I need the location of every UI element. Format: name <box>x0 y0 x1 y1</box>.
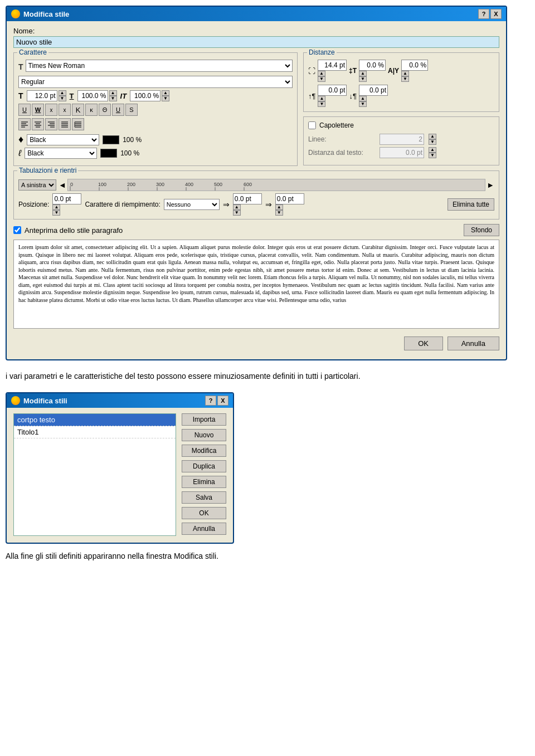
salva-btn[interactable]: Salva <box>182 491 226 504</box>
ruler-left-arrow[interactable]: ◄ <box>59 181 66 189</box>
dist5-down[interactable]: ▼ <box>359 101 367 107</box>
dialog2-titlebar-btns: ? X <box>205 396 228 406</box>
char-spacing-input[interactable] <box>359 60 386 71</box>
space-after-input[interactable] <box>359 85 388 96</box>
font-style-select[interactable]: Regular <box>18 76 293 88</box>
capolettere-label: Capolettere <box>319 121 354 129</box>
dist3-down[interactable]: ▼ <box>401 76 409 82</box>
dialog2-annulla-btn[interactable]: Annulla <box>182 523 226 535</box>
tab2-down[interactable]: ▼ <box>233 210 241 216</box>
font-size-input[interactable] <box>27 90 57 101</box>
stroke-color-icon: ℓ <box>18 148 21 158</box>
linee-down[interactable]: ▼ <box>429 139 436 145</box>
dist1-down[interactable]: ▼ <box>318 76 325 82</box>
size-up-btn[interactable]: ▲ <box>59 90 66 96</box>
align-justify2-btn[interactable] <box>72 118 84 130</box>
align-justify-icon <box>61 121 69 128</box>
anteprima-checkbox[interactable] <box>13 226 21 234</box>
nome-input[interactable] <box>13 36 499 48</box>
smallcaps-btn[interactable]: κ <box>85 104 98 116</box>
dialog2-help-btn[interactable]: ? <box>205 396 216 406</box>
size-row: T ▲ ▼ T <box>18 90 293 101</box>
svg-text:100: 100 <box>98 182 106 187</box>
line-spacing-input[interactable] <box>318 60 347 71</box>
duplica-btn[interactable]: Duplica <box>182 460 226 472</box>
sfondo-btn[interactable]: Sfondo <box>464 224 499 236</box>
word-spacing-input[interactable] <box>401 60 428 71</box>
font-family-select[interactable]: Times New Roman <box>26 60 293 72</box>
posizione-label: Posizione: <box>18 201 49 208</box>
dist1-up[interactable]: ▲ <box>318 71 325 76</box>
annulla-btn[interactable]: Annulla <box>448 336 499 350</box>
outline-btn[interactable]: Θ <box>99 104 111 116</box>
dist2-down[interactable]: ▼ <box>359 76 367 82</box>
align-right-btn[interactable] <box>45 118 57 130</box>
tab3-input[interactable] <box>275 193 304 204</box>
tab3-up[interactable]: ▲ <box>275 204 283 210</box>
ruler-right-arrow[interactable]: ► <box>487 181 494 189</box>
nuovo-btn[interactable]: Nuovo <box>182 429 226 441</box>
help-button[interactable]: ? <box>478 9 489 19</box>
linee-label: Linee: <box>308 135 375 143</box>
styles-list[interactable]: cortpo testo Titolo1 <box>13 413 176 536</box>
dist5-up[interactable]: ▲ <box>359 96 367 101</box>
align-left-btn[interactable] <box>18 118 31 130</box>
distanze-section: Distanze ⛶ ▲ ▼ ‡T <box>303 52 499 112</box>
pos-down[interactable]: ▼ <box>52 210 60 216</box>
dist-spin3: ▲ ▼ <box>401 60 428 82</box>
elimina-btn[interactable]: Elimina <box>182 476 226 488</box>
align-center-btn[interactable] <box>32 118 44 130</box>
dist-spin1: ▲ ▼ <box>318 60 347 82</box>
tab3-down[interactable]: ▼ <box>275 210 283 216</box>
close-button[interactable]: X <box>490 9 502 19</box>
scale2-up-btn[interactable]: ▲ <box>162 90 169 96</box>
scale1-input[interactable] <box>77 90 108 101</box>
dist4-up[interactable]: ▲ <box>318 96 325 101</box>
word-underline-btn[interactable]: W <box>32 104 44 116</box>
dist3-up[interactable]: ▲ <box>401 71 409 76</box>
elimina-tutte-btn[interactable]: Elimina tutte <box>448 198 494 211</box>
linee-spin-btns: ▲ ▼ <box>429 134 436 145</box>
dialog2-ok-btn[interactable]: OK <box>182 507 226 519</box>
distanza-input[interactable] <box>380 147 424 158</box>
underline-btn[interactable]: U <box>18 104 31 116</box>
dist2-up[interactable]: ▲ <box>359 71 367 76</box>
size-down-btn[interactable]: ▼ <box>59 96 66 101</box>
fill-color-swatch <box>103 135 119 144</box>
posizione-input[interactable] <box>52 193 81 204</box>
align-justify-btn[interactable] <box>59 118 71 130</box>
scale1-down-btn[interactable]: ▼ <box>109 96 117 101</box>
align-select[interactable]: A sinistra <box>18 179 56 191</box>
caps-btn[interactable]: K <box>72 104 84 116</box>
tab3-icon: ⇒ <box>265 200 272 209</box>
scale1-up-btn[interactable]: ▲ <box>109 90 117 96</box>
dist4-down[interactable]: ▼ <box>318 101 325 107</box>
shadow-btn[interactable]: S <box>125 104 138 116</box>
superscript-btn[interactable]: x <box>59 104 71 116</box>
tab2-up[interactable]: ▲ <box>233 204 241 210</box>
linee-input[interactable] <box>380 134 424 145</box>
stroke-color-select[interactable]: Black <box>25 148 97 159</box>
capolettere-checkbox[interactable] <box>308 121 316 129</box>
underline2-btn[interactable]: U <box>112 104 124 116</box>
dist-spin5: ▲ ▼ <box>359 85 388 107</box>
subscript-btn[interactable]: x <box>45 104 57 116</box>
style-item-cortpo[interactable]: cortpo testo <box>14 414 176 426</box>
scale2-input[interactable] <box>130 90 160 101</box>
dialog2-close-btn[interactable]: X <box>217 396 228 406</box>
importa-btn[interactable]: Importa <box>182 413 226 426</box>
linee-up[interactable]: ▲ <box>429 134 436 139</box>
riempimento-select[interactable]: Nessuno <box>164 199 220 210</box>
style-buttons-row: U W x x K κ Θ U S <box>18 104 293 116</box>
pos-up[interactable]: ▲ <box>52 204 60 210</box>
fill-color-select[interactable]: Black <box>27 134 99 145</box>
modifica-btn[interactable]: Modifica <box>182 445 226 457</box>
tab2-input[interactable] <box>233 193 262 204</box>
distanza-down[interactable]: ▼ <box>429 153 436 158</box>
space-before-input[interactable] <box>318 85 347 96</box>
stroke-color-row: ℓ Black 100 % <box>18 148 293 159</box>
ok-btn[interactable]: OK <box>404 336 443 350</box>
distanza-up[interactable]: ▲ <box>429 147 436 153</box>
style-item-titolo1[interactable]: Titolo1 <box>14 426 176 438</box>
scale2-down-btn[interactable]: ▼ <box>162 96 169 101</box>
